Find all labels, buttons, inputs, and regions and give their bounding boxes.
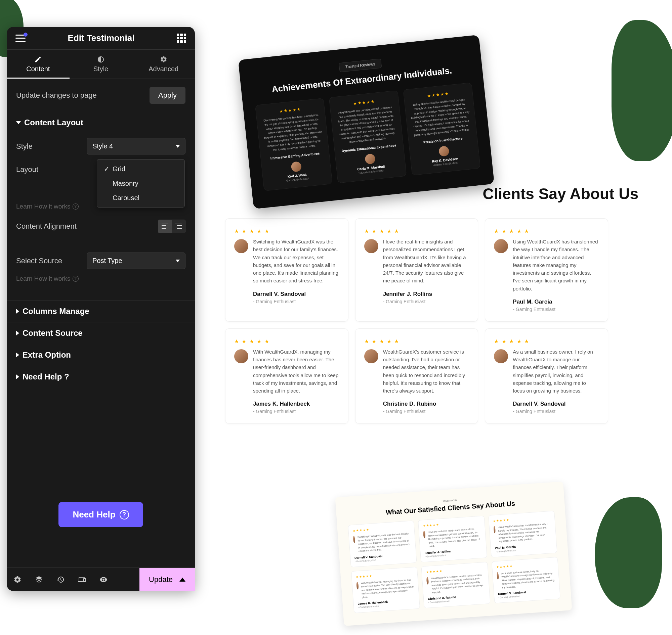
style-select[interactable]: Style 4: [87, 138, 186, 154]
mini-testimonial-card: ★★★★★ I love the real-time insights and …: [418, 516, 487, 562]
hint-text: Learn How it works: [16, 203, 70, 210]
tab-advanced[interactable]: Advanced: [132, 50, 195, 79]
testimonial-text: Using WealthGuardX has transformed the w…: [498, 522, 552, 543]
history-icon: [57, 575, 64, 584]
layout-option-masonry[interactable]: Masonry: [97, 176, 185, 191]
testimonial-text: Switching to WealthGuardX was the best d…: [357, 532, 412, 553]
source-select[interactable]: Post Type: [87, 253, 186, 269]
history-button[interactable]: [50, 568, 71, 591]
tab-label: Content: [7, 65, 69, 73]
mini-testimonial-card: ★★★★★ Switching to WealthGuardX was the …: [348, 521, 417, 567]
section-title: Need Help ?: [22, 372, 69, 381]
section-content-source[interactable]: Content Source: [7, 322, 195, 344]
preview-button[interactable]: [93, 568, 114, 591]
testimonial-name: Darnell V. Sandoval: [253, 291, 339, 298]
responsive-button[interactable]: [71, 568, 93, 591]
help-icon: ?: [72, 203, 79, 210]
rating-stars: ★★★★★: [426, 566, 484, 573]
hint[interactable]: Learn How it works ?: [7, 274, 195, 287]
chevron-down-icon: [176, 260, 180, 262]
apply-button[interactable]: Apply: [149, 87, 186, 104]
mini-testimonial-card: ★★★★★ WealthGuardX's customer service is…: [421, 562, 490, 609]
rating-stars: ★ ★ ★ ★ ★: [494, 338, 599, 345]
align-left-button[interactable]: [158, 220, 172, 233]
avatar: [494, 239, 508, 253]
option-label: Carousel: [112, 194, 140, 202]
avatar: [291, 161, 302, 172]
testimonial-text: WealthGuardX's customer service is outst…: [383, 348, 469, 395]
contrast-icon: [97, 56, 105, 63]
apply-label: Update changes to page: [16, 91, 97, 100]
help-button-label: Need Help: [72, 509, 115, 520]
testimonial-text: As a small business owner, I rely on Wea…: [513, 348, 599, 395]
editor-panel: Edit Testimonial Content Style Advanced …: [7, 27, 195, 591]
testimonial-text: Using WealthGuardX has transformed the w…: [513, 238, 599, 292]
testimonial-role: - Gaming Enthusiast: [513, 409, 599, 414]
rating-stars: ★ ★ ★ ★ ★: [234, 228, 339, 234]
tab-label: Advanced: [132, 65, 195, 73]
testimonial-tag: Dynamic Educational Experiences: [339, 144, 399, 153]
need-help-button[interactable]: Need Help ?: [59, 502, 143, 527]
section-help[interactable]: Need Help ?: [7, 366, 195, 388]
testimonial-card: ★ ★ ★ ★ ★ Using WealthGuardX has transfo…: [485, 218, 608, 322]
tab-content[interactable]: Content: [7, 50, 69, 79]
testimonial-card: ★ ★ ★ ★ ★ I love the real-time insights …: [355, 218, 479, 322]
style-label: Style: [16, 142, 87, 151]
testimonial-role: - Gaming Enthusiast: [253, 299, 339, 304]
option-label: Grid: [112, 165, 125, 173]
caret-down-icon: [16, 121, 21, 124]
update-button[interactable]: Update: [140, 568, 195, 591]
gear-icon: [14, 575, 21, 584]
mini-testimonial-card: Testimonial What Our Satisfied Clients S…: [335, 482, 572, 626]
source-label: Select Source: [16, 257, 87, 265]
rating-stars: ★ ★ ★ ★ ★: [494, 228, 599, 234]
menu-icon[interactable]: [16, 35, 25, 42]
section-content-layout[interactable]: Content Layout: [7, 112, 195, 133]
avatar: [356, 582, 358, 589]
option-label: Masonry: [112, 180, 139, 188]
section-title: Columns Manage: [22, 307, 89, 316]
chevron-up-icon: [180, 577, 186, 582]
avatar: [234, 349, 248, 363]
help-icon: ?: [120, 510, 129, 520]
layout-label: Layout: [16, 165, 87, 174]
section-title: Content Layout: [24, 118, 83, 127]
align-right-button[interactable]: [172, 220, 185, 233]
rating-stars: ★★★★★: [496, 562, 554, 569]
section-title: Extra Option: [22, 350, 71, 360]
rating-stars: ★★★★★: [423, 520, 481, 528]
layout-option-grid[interactable]: ✓Grid: [97, 161, 185, 176]
layers-button[interactable]: [28, 568, 50, 591]
layers-icon: [35, 575, 43, 584]
apps-icon[interactable]: [177, 34, 186, 43]
section-columns[interactable]: Columns Manage: [7, 301, 195, 322]
hint-text: Learn How it works: [16, 275, 70, 282]
testimonial-role: - Gaming Enthusiast: [253, 409, 339, 414]
testimonial-text: With WealthGuardX, managing my finances …: [361, 578, 415, 599]
testimonial-tag: Immersive Gaming Adventures: [266, 151, 324, 161]
style-value: Style 4: [92, 143, 113, 150]
badge: Trusted Reviews: [339, 59, 382, 72]
eye-icon: [100, 575, 107, 584]
avatar: [439, 146, 449, 157]
testimonial-text: With WealthGuardX, managing my finances …: [253, 348, 339, 395]
caret-right-icon: [16, 374, 19, 379]
layout-option-carousel[interactable]: Carousel: [97, 191, 185, 205]
pencil-icon: [34, 56, 42, 63]
rating-stars: ★ ★ ★ ★ ★: [364, 228, 469, 234]
avatar: [497, 572, 499, 579]
testimonial-text: As a small business owner, I rely on Wea…: [501, 568, 555, 589]
settings-button[interactable]: [7, 568, 28, 591]
tab-style[interactable]: Style: [69, 50, 132, 79]
tabs: Content Style Advanced: [7, 50, 195, 79]
testimonial-text: Integrating AR into our educational curr…: [336, 105, 398, 146]
avatar: [493, 526, 496, 533]
gear-icon: [160, 56, 167, 63]
testimonial-text: WealthGuardX's customer service is outst…: [431, 573, 485, 594]
mini-testimonial-card: ★★★★★ As a small business owner, I rely …: [491, 557, 561, 604]
section-title: Content Source: [22, 328, 83, 338]
testimonial-text: Discovering VR gaming has been a revelat…: [261, 113, 323, 153]
section-extra[interactable]: Extra Option: [7, 344, 195, 366]
help-icon: ?: [72, 276, 79, 282]
avatar: [353, 535, 356, 543]
